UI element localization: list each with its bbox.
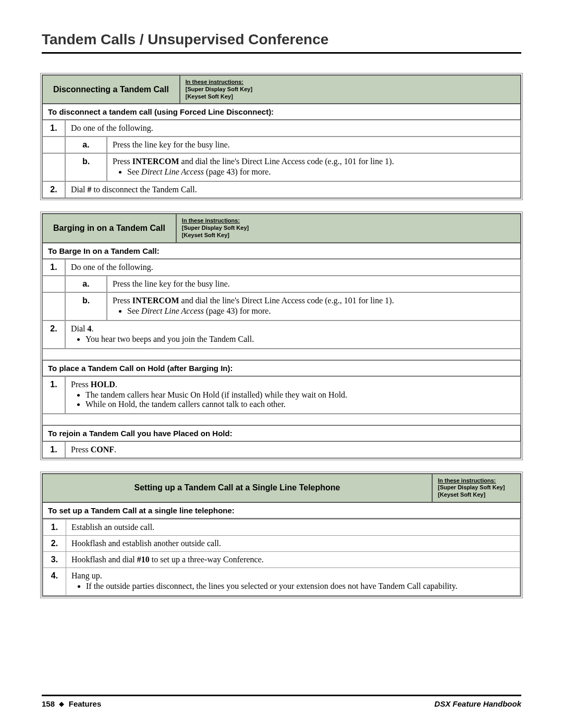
header-note: In these instructions: [Super Display So… xyxy=(180,75,521,104)
header-note: In these instructions: [Super Display So… xyxy=(176,214,521,242)
t2-step2-num: 2. xyxy=(42,320,65,349)
table1-header: Disconnecting a Tandem Call xyxy=(42,75,180,104)
table-disconnect: Disconnecting a Tandem Call In these ins… xyxy=(42,75,521,199)
t1-sub-b: b. xyxy=(65,153,107,181)
t1-sub-a: a. xyxy=(65,137,107,153)
table2-header: Barging in on a Tandem Call xyxy=(42,214,176,242)
t2-sub-a: a. xyxy=(65,276,107,292)
t3-section1: To set up a Tandem Call at a single line… xyxy=(42,502,521,519)
t2-s2-step1-num: 1. xyxy=(42,376,65,414)
blank xyxy=(42,276,65,292)
t2-step1: Do one of the following. xyxy=(65,259,521,276)
blank xyxy=(42,153,65,181)
page-title: Tandem Calls / Unsupervised Conference xyxy=(42,31,521,48)
t2-sub-b-text: Press INTERCOM and dial the line's Direc… xyxy=(107,292,521,320)
spacer xyxy=(42,349,521,360)
t3-step2-num: 2. xyxy=(43,535,66,551)
t2-step2: Dial 4. You hear two beeps and you join … xyxy=(65,320,521,349)
t3-step2: Hookflash and establish another outside … xyxy=(66,535,520,551)
table-barge: Barging in on a Tandem Call In these ins… xyxy=(42,213,521,458)
diamond-icon: ◆ xyxy=(59,700,64,708)
t3-step4-num: 4. xyxy=(43,567,66,595)
t2-s2-step1: Press HOLD. The tandem callers hear Musi… xyxy=(65,376,521,414)
footer-rule xyxy=(42,695,521,696)
t1-step2-num: 2. xyxy=(42,181,65,198)
t1-step1-num: 1. xyxy=(42,120,65,137)
t2-section2: To place a Tandem Call on Hold (after Ba… xyxy=(42,360,521,376)
t3-step4: Hang up. If the outside parties disconne… xyxy=(66,567,520,595)
t2-section1: To Barge In on a Tandem Call: xyxy=(42,243,521,259)
t2-sub-a-text: Press the line key for the busy line. xyxy=(107,276,521,292)
blank xyxy=(42,137,65,153)
t1-step2: Dial # to disconnect the Tandem Call. xyxy=(65,181,521,198)
t3-step3-num: 3. xyxy=(43,551,66,567)
t2-step1-num: 1. xyxy=(42,259,65,276)
footer-right: DSX Feature Handbook xyxy=(434,699,521,708)
t3-step1-num: 1. xyxy=(43,519,66,535)
t2-section3: To rejoin a Tandem Call you have Placed … xyxy=(42,425,521,441)
table-slt: Setting up a Tandem Call at a Single Lin… xyxy=(42,473,521,597)
t1-sub-a-text: Press the line key for the busy line. xyxy=(107,137,521,153)
blank xyxy=(42,292,65,320)
t1-step1: Do one of the following. xyxy=(65,120,521,137)
t2-s3-step1: Press CONF. xyxy=(65,441,521,458)
spacer xyxy=(42,414,521,425)
page-footer: 158 ◆ Features DSX Feature Handbook xyxy=(42,695,521,708)
table3-header: Setting up a Tandem Call at a Single Lin… xyxy=(42,474,432,502)
t3-step1: Establish an outside call. xyxy=(66,519,520,535)
header-note: In these instructions: [Super Display So… xyxy=(432,474,521,502)
t1-sub-b-text: Press INTERCOM and dial the line's Direc… xyxy=(107,153,521,181)
t2-s3-step1-num: 1. xyxy=(42,441,65,458)
title-rule xyxy=(42,52,521,54)
t1-section1: To disconnect a tandem call (using Force… xyxy=(42,104,521,120)
t3-step3: Hookflash and dial #10 to set up a three… xyxy=(66,551,520,567)
page: Tandem Calls / Unsupervised Conference D… xyxy=(0,0,563,728)
t2-sub-b: b. xyxy=(65,292,107,320)
footer-left: 158 ◆ Features xyxy=(42,699,101,708)
